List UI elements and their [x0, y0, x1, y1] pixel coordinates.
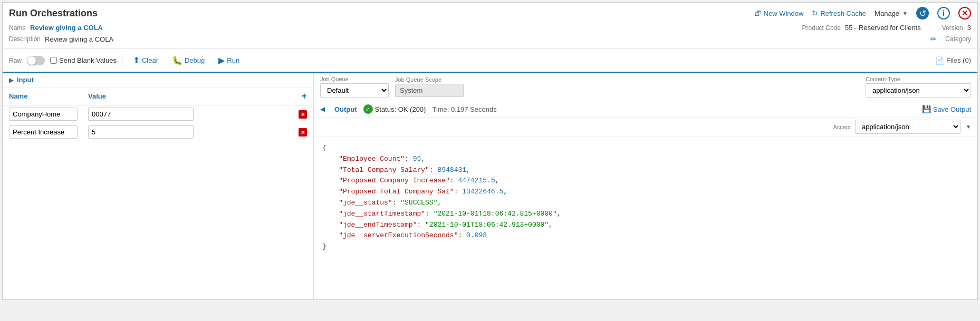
value-column-header: Value — [88, 92, 301, 100]
name-meta: Name Review giving a COLA — [9, 24, 103, 32]
refresh-cache-icon: ↻ — [812, 9, 818, 17]
toggle-thumb — [27, 56, 36, 65]
table-row: ✕ — [3, 123, 313, 141]
value-input-1[interactable] — [88, 108, 194, 121]
cell-value-1 — [88, 108, 296, 121]
accept-label: Accept — [833, 124, 851, 130]
send-blank-checkbox-area: Send Blank Values — [50, 56, 117, 64]
manage-dropdown-arrow: ▼ — [902, 11, 908, 16]
run-icon: ▶ — [218, 55, 225, 65]
files-icon: 📄 — [935, 56, 944, 65]
product-code-meta: Product Code 55 - Reserved for Clients — [802, 24, 921, 32]
manage-label: Manage — [875, 9, 899, 17]
info-icon-btn[interactable]: i — [937, 7, 950, 20]
version-value: 3 — [967, 24, 971, 32]
manage-button[interactable]: Manage ▼ — [875, 9, 908, 17]
page-title: Run Orchestrations — [9, 8, 98, 19]
clear-button[interactable]: ⬆ Clear — [128, 53, 164, 67]
edit-icon[interactable]: ✏ — [930, 35, 937, 43]
name-label: Name — [9, 24, 26, 32]
input-section-title: Input — [17, 76, 34, 84]
cell-name-1 — [9, 108, 88, 121]
header-top: Run Orchestrations 🗗 New Window ↻ Refres… — [9, 7, 971, 20]
clear-icon: ⬆ — [133, 55, 140, 65]
accept-dropdown-arrow: ▼ — [966, 124, 971, 130]
job-queue-select[interactable]: Default — [320, 83, 389, 98]
cell-value-2 — [88, 125, 296, 139]
toolbar-separator-1 — [122, 54, 122, 67]
header-actions: 🗗 New Window ↻ Refresh Cache Manage ▼ ↺ … — [755, 7, 971, 20]
content-type-label: Content-Type — [866, 76, 971, 82]
table-row: ✕ — [3, 105, 313, 123]
job-queue-group: Job Queue Default — [320, 76, 389, 98]
new-window-label: New Window — [764, 9, 804, 17]
content-area: ▶ Input Name Value + ✕ — [3, 73, 977, 299]
job-queue-label: Job Queue — [320, 76, 389, 82]
output-section-title: Output — [334, 105, 357, 113]
clear-label: Clear — [142, 56, 158, 64]
refresh-cache-button[interactable]: ↻ Refresh Cache — [812, 9, 866, 17]
category-label: Category — [945, 35, 971, 43]
raw-label: Raw — [9, 57, 22, 64]
product-code-value: 55 - Reserved for Clients — [845, 24, 921, 32]
debug-button[interactable]: 🐛 Debug — [167, 53, 210, 67]
cell-name-2 — [9, 125, 88, 139]
job-queue-scope-label: Job Queue Scope — [395, 76, 464, 83]
input-collapse-arrow[interactable]: ▶ — [9, 76, 14, 84]
refresh-cache-label: Refresh Cache — [820, 9, 866, 17]
send-blank-checkbox[interactable] — [50, 57, 57, 64]
new-window-button[interactable]: 🗗 New Window — [755, 9, 804, 17]
run-button[interactable]: ▶ Run — [213, 53, 245, 67]
remove-row-2-icon: ✕ — [299, 128, 307, 137]
right-panel: Job Queue Default Job Queue Scope System… — [314, 73, 977, 299]
debug-label: Debug — [185, 56, 205, 64]
send-blank-label: Send Blank Values — [59, 56, 117, 64]
accept-row: Accept application/json ▼ — [314, 118, 977, 137]
status-label: Status: OK (200) — [375, 105, 426, 113]
status-ok-icon: ✓ — [363, 104, 373, 114]
remove-row-1-button[interactable]: ✕ — [299, 110, 307, 119]
raw-toggle[interactable] — [27, 56, 45, 65]
value-input-2[interactable] — [88, 125, 194, 139]
save-output-label: Save Output — [933, 105, 971, 113]
description-label: Description — [9, 35, 41, 43]
status-badge: ✓ Status: OK (200) — [363, 104, 426, 114]
remove-row-2-button[interactable]: ✕ — [299, 128, 307, 137]
version-meta: Version 3 — [942, 24, 971, 32]
accept-select[interactable]: application/json — [855, 120, 960, 134]
job-queue-row: Job Queue Default Job Queue Scope System… — [314, 73, 977, 101]
name-input-2[interactable] — [9, 125, 78, 139]
job-queue-scope-value: System — [395, 84, 464, 97]
output-section-header: ◀ Output ✓ Status: OK (200) Time: 0.197 … — [314, 101, 977, 118]
input-section-header: ▶ Input — [3, 73, 313, 87]
product-code-label: Product Code — [802, 24, 841, 32]
main-container: Run Orchestrations 🗗 New Window ↻ Refres… — [2, 2, 978, 300]
close-icon-btn[interactable]: ✕ — [958, 7, 971, 20]
content-type-select[interactable]: application/json — [866, 83, 971, 98]
save-output-button[interactable]: 💾 Save Output — [922, 105, 971, 113]
job-queue-scope-group: Job Queue Scope System — [395, 76, 464, 97]
files-section: 📄 Files (0) — [935, 56, 971, 65]
description-value: Review giving a COLA — [45, 35, 113, 43]
description-row: Description Review giving a COLA ✏ Categ… — [9, 34, 971, 46]
header-meta-row: Name Review giving a COLA Product Code 5… — [9, 22, 971, 34]
right-toolbar: 📄 Files (0) — [935, 56, 971, 65]
version-label: Version — [942, 24, 963, 32]
name-value: Review giving a COLA — [30, 24, 103, 32]
json-output: { "Employee Count": 95, "Total Company S… — [314, 137, 977, 299]
remove-row-1-icon: ✕ — [299, 110, 307, 119]
toolbar: Raw Send Blank Values ⬆ Clear 🐛 Debug ▶ … — [3, 49, 977, 73]
output-collapse-arrow[interactable]: ◀ — [320, 105, 325, 113]
refresh-icon-btn[interactable]: ↺ — [916, 7, 929, 20]
time-label: Time: 0.197 Seconds — [432, 105, 496, 113]
header: Run Orchestrations 🗗 New Window ↻ Refres… — [3, 3, 977, 49]
name-input-1[interactable] — [9, 108, 78, 121]
debug-icon: 🐛 — [172, 55, 182, 65]
add-row-button[interactable]: + — [301, 91, 307, 102]
name-column-header: Name — [9, 92, 88, 100]
files-label: Files (0) — [946, 56, 971, 64]
content-type-group: Content-Type application/json — [866, 76, 971, 98]
save-output-icon: 💾 — [922, 105, 931, 113]
run-label: Run — [227, 56, 239, 64]
header-meta-right: Product Code 55 - Reserved for Clients V… — [802, 24, 971, 32]
